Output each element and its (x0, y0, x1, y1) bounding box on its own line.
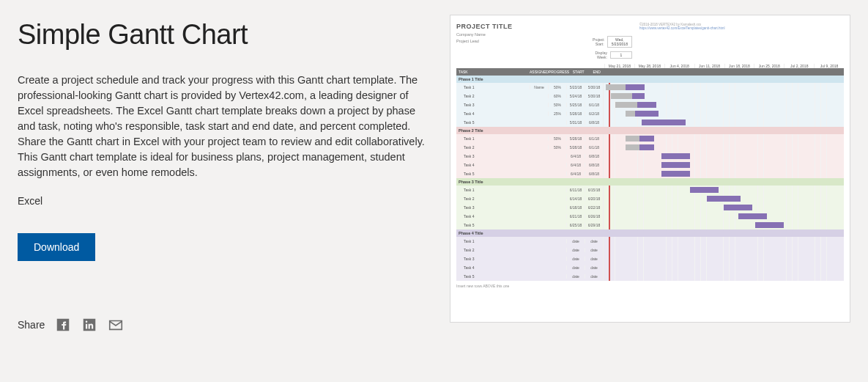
phase-header: Phase 3 Title (456, 178, 844, 186)
phase-header: Phase 2 Title (456, 127, 844, 134)
progress-bar (606, 84, 625, 90)
share-label: Share (18, 319, 45, 331)
today-marker (609, 134, 610, 143)
facebook-icon[interactable] (55, 317, 71, 333)
gantt-bar (661, 162, 690, 168)
template-preview: PROJECT TITLECompany NameProject LeadPro… (450, 15, 850, 323)
task-row: Task 16/11/186/15/18 (456, 186, 844, 194)
gantt-bar (690, 187, 719, 193)
preview-footer-note: Insert new rows ABOVE this one (456, 284, 844, 288)
column-header-row: TASKASSIGNEDPROGRESSSTARTEND (456, 68, 844, 76)
progress-bar (626, 144, 640, 150)
project-start-value: Wed, 5/23/2018 (607, 36, 632, 48)
task-row: Task 5datedate (456, 272, 844, 281)
gantt-bar (755, 222, 784, 228)
today-marker (609, 109, 610, 118)
task-row: Task 3datedate (456, 254, 844, 263)
share-row: Share (18, 317, 428, 333)
progress-bar (615, 102, 637, 108)
task-row: Task 36/18/186/22/18 (456, 203, 844, 212)
today-marker (609, 194, 610, 203)
gantt-bar (661, 171, 690, 177)
display-week-label: Display Week: (588, 51, 607, 59)
task-row: Task 1Name50%5/23/185/30/18 (456, 83, 844, 92)
today-marker (609, 186, 610, 194)
project-start-label: Project Start: (588, 37, 604, 46)
gantt-bar (707, 196, 741, 202)
task-row: Task 56/4/186/8/18 (456, 169, 844, 178)
today-marker (609, 169, 610, 178)
today-marker (609, 143, 610, 152)
details-panel: Simple Gantt Chart Create a project sche… (18, 15, 428, 333)
task-row: Task 1datedate (456, 237, 844, 246)
gantt-bar (738, 213, 767, 219)
task-row: Task 2datedate (456, 246, 844, 254)
today-marker (609, 212, 610, 221)
download-button[interactable]: Download (18, 233, 95, 261)
task-row: Task 46/21/186/26/18 (456, 212, 844, 221)
task-row: Task 56/25/186/29/18 (456, 221, 844, 229)
today-marker (609, 246, 610, 254)
task-row: Task 350%5/25/186/1/18 (456, 100, 844, 109)
preview-attribution-link: https://www.vertex42.com/ExcelTemplates/… (639, 26, 844, 30)
task-row: Task 425%5/28/186/2/18 (456, 109, 844, 118)
today-marker (609, 263, 610, 272)
template-description: Create a project schedule and track your… (18, 73, 428, 180)
progress-bar (626, 136, 640, 142)
gantt-bar (724, 205, 752, 210)
display-week-value: 1 (610, 51, 632, 59)
linkedin-icon[interactable] (81, 317, 97, 333)
today-marker (609, 118, 610, 127)
progress-bar (611, 93, 633, 99)
today-marker (609, 161, 610, 169)
today-marker (609, 203, 610, 212)
progress-bar (626, 111, 635, 117)
today-marker (609, 100, 610, 109)
week-header-row: May 21, 2018May 28, 2018Jun 4, 2018Jun 1… (456, 64, 844, 68)
preview-lead: Project Lead (456, 39, 588, 43)
task-row: Task 46/4/186/8/18 (456, 161, 844, 169)
phase-header: Phase 1 Title (456, 76, 844, 83)
task-row: Task 26/14/186/20/18 (456, 194, 844, 203)
today-marker (609, 237, 610, 246)
today-marker (609, 221, 610, 229)
task-row: Task 36/4/186/8/18 (456, 152, 844, 161)
preview-company: Company Name (456, 32, 588, 37)
gantt-bar (642, 120, 685, 125)
today-marker (609, 254, 610, 263)
platform-label: Excel (18, 195, 428, 207)
task-row: Task 250%5/28/186/1/18 (456, 143, 844, 152)
task-row: Task 260%5/24/185/30/18 (456, 92, 844, 100)
task-row: Task 150%5/28/186/1/18 (456, 134, 844, 143)
email-icon[interactable] (108, 317, 124, 333)
today-marker (609, 152, 610, 161)
page-title: Simple Gantt Chart (18, 19, 428, 51)
gantt-bar (661, 153, 690, 159)
task-row: Task 55/31/186/8/18 (456, 118, 844, 127)
preview-title: PROJECT TITLE (456, 23, 588, 30)
today-marker (609, 272, 610, 281)
task-row: Task 4datedate (456, 263, 844, 272)
phase-header: Phase 4 Title (456, 229, 844, 237)
today-marker (609, 92, 610, 100)
